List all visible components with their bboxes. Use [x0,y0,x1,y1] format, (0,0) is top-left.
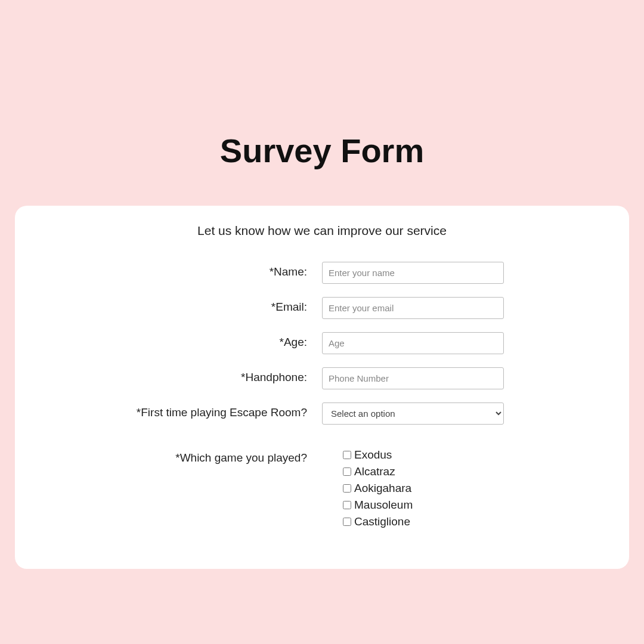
form-description: Let us know how we can improve our servi… [39,224,605,238]
handphone-row: *Handphone: [39,367,605,389]
game-checkbox-item: Aokigahara [343,482,605,495]
game-checkbox-mausoleum[interactable] [343,501,351,509]
form-card: Let us know how we can improve our servi… [15,206,629,569]
name-label: *Name: [39,262,322,278]
games-label: *Which game you played? [39,448,322,465]
game-checkbox-item: Exodus [343,448,605,462]
game-option-label: Exodus [354,448,392,462]
email-input[interactable] [322,297,504,319]
age-label: *Age: [39,332,322,349]
game-checkbox-alcatraz[interactable] [343,467,351,476]
first-time-row: *First time playing Escape Room? Select … [39,402,605,425]
games-checkbox-group: Exodus Alcatraz Aokigahara Mausoleum [322,448,605,528]
games-row: *Which game you played? Exodus Alcatraz … [39,448,605,532]
game-checkbox-aokigahara[interactable] [343,484,351,493]
game-checkbox-item: Castiglione [343,515,605,528]
email-label: *Email: [39,297,322,314]
game-checkbox-item: Alcatraz [343,465,605,478]
game-checkbox-exodus[interactable] [343,451,351,459]
page-title: Survey Form [0,131,644,170]
email-row: *Email: [39,297,605,319]
age-input[interactable] [322,332,504,354]
name-row: *Name: [39,262,605,284]
handphone-input[interactable] [322,367,504,389]
game-option-label: Alcatraz [354,465,395,478]
game-checkbox-castiglione[interactable] [343,518,351,526]
handphone-label: *Handphone: [39,367,322,384]
first-time-select[interactable]: Select an option [322,402,504,425]
first-time-label: *First time playing Escape Room? [39,402,322,419]
name-input[interactable] [322,262,504,284]
game-option-label: Castiglione [354,515,410,528]
game-option-label: Mausoleum [354,499,413,512]
game-checkbox-item: Mausoleum [343,499,605,512]
game-option-label: Aokigahara [354,482,411,495]
age-row: *Age: [39,332,605,354]
